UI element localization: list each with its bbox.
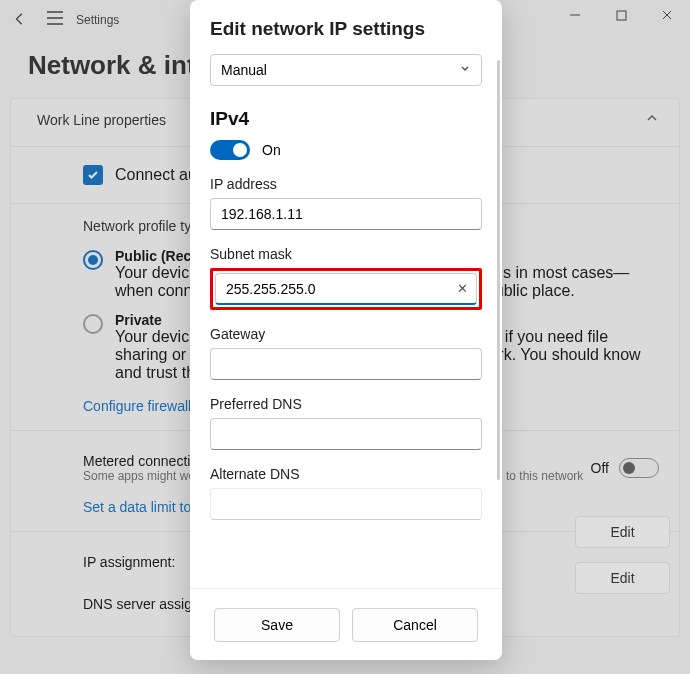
clear-icon[interactable]: ✕	[457, 281, 468, 296]
alternate-dns-input[interactable]	[210, 488, 482, 520]
ip-address-value: 192.168.1.11	[221, 206, 303, 222]
subnet-highlight: 255.255.255.0 ✕	[210, 268, 482, 310]
modal-title: Edit network IP settings	[210, 18, 482, 40]
gateway-label: Gateway	[210, 326, 482, 342]
ipv4-toggle[interactable]	[210, 140, 250, 160]
subnet-input[interactable]: 255.255.255.0 ✕	[215, 273, 477, 305]
ip-address-label: IP address	[210, 176, 482, 192]
gateway-input[interactable]	[210, 348, 482, 380]
scrollbar-thumb[interactable]	[497, 60, 500, 480]
chevron-down-icon	[459, 62, 471, 78]
mode-value: Manual	[221, 62, 267, 78]
alternate-dns-label: Alternate DNS	[210, 466, 482, 482]
ipv4-toggle-label: On	[262, 142, 281, 158]
cancel-button[interactable]: Cancel	[352, 608, 478, 642]
ip-address-input[interactable]: 192.168.1.11	[210, 198, 482, 230]
mode-select[interactable]: Manual	[210, 54, 482, 86]
save-button[interactable]: Save	[214, 608, 340, 642]
preferred-dns-input[interactable]	[210, 418, 482, 450]
subnet-label: Subnet mask	[210, 246, 482, 262]
edit-ip-modal: Edit network IP settings Manual IPv4 On …	[190, 0, 502, 660]
ipv4-heading: IPv4	[210, 108, 482, 130]
subnet-value: 255.255.255.0	[226, 281, 316, 297]
preferred-dns-label: Preferred DNS	[210, 396, 482, 412]
